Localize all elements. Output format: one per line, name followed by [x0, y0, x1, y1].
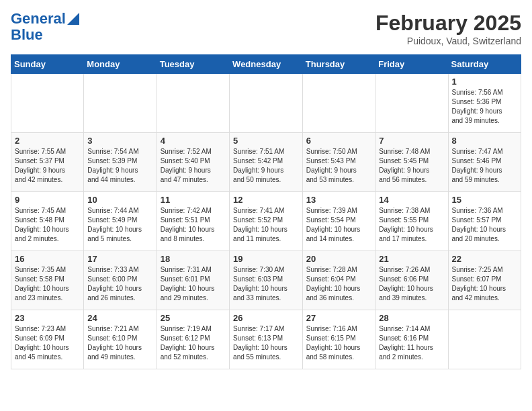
- calendar-cell: [448, 310, 521, 369]
- day-info: Sunrise: 7:31 AM Sunset: 6:01 PM Dayligh…: [161, 265, 226, 303]
- calendar-table: SundayMondayTuesdayWednesdayThursdayFrid…: [11, 54, 521, 369]
- calendar-cell: 26Sunrise: 7:17 AM Sunset: 6:13 PM Dayli…: [230, 310, 303, 369]
- day-info: Sunrise: 7:21 AM Sunset: 6:10 PM Dayligh…: [87, 324, 152, 362]
- day-number: 3: [87, 136, 152, 146]
- title-block: February 2025 Puidoux, Vaud, Switzerland: [375, 11, 521, 46]
- day-info: Sunrise: 7:28 AM Sunset: 6:04 PM Dayligh…: [306, 265, 371, 303]
- calendar-cell: [157, 74, 229, 133]
- day-info: Sunrise: 7:23 AM Sunset: 6:09 PM Dayligh…: [15, 324, 80, 362]
- calendar-header-row: SundayMondayTuesdayWednesdayThursdayFrid…: [11, 55, 521, 74]
- day-info: Sunrise: 7:54 AM Sunset: 5:39 PM Dayligh…: [87, 147, 152, 185]
- day-info: Sunrise: 7:35 AM Sunset: 5:58 PM Dayligh…: [15, 265, 80, 303]
- calendar-cell: 21Sunrise: 7:26 AM Sunset: 6:06 PM Dayli…: [375, 251, 448, 310]
- calendar-cell: 12Sunrise: 7:41 AM Sunset: 5:52 PM Dayli…: [230, 192, 303, 251]
- col-header-friday: Friday: [375, 55, 448, 74]
- calendar-cell: 6Sunrise: 7:50 AM Sunset: 5:43 PM Daylig…: [302, 133, 375, 192]
- day-info: Sunrise: 7:33 AM Sunset: 6:00 PM Dayligh…: [87, 265, 152, 303]
- calendar-cell: 22Sunrise: 7:25 AM Sunset: 6:07 PM Dayli…: [448, 251, 521, 310]
- calendar-cell: 23Sunrise: 7:23 AM Sunset: 6:09 PM Dayli…: [11, 310, 84, 369]
- day-info: Sunrise: 7:56 AM Sunset: 5:36 PM Dayligh…: [452, 88, 518, 126]
- location: Puidoux, Vaud, Switzerland: [375, 36, 521, 46]
- calendar-cell: 7Sunrise: 7:48 AM Sunset: 5:45 PM Daylig…: [375, 133, 448, 192]
- day-number: 22: [452, 254, 518, 264]
- day-number: 14: [379, 195, 444, 205]
- calendar-cell: 25Sunrise: 7:19 AM Sunset: 6:12 PM Dayli…: [157, 310, 229, 369]
- logo-text-blue: Blue: [11, 27, 43, 43]
- day-info: Sunrise: 7:38 AM Sunset: 5:55 PM Dayligh…: [379, 206, 444, 244]
- day-number: 20: [306, 254, 371, 264]
- calendar-cell: 20Sunrise: 7:28 AM Sunset: 6:04 PM Dayli…: [302, 251, 375, 310]
- day-info: Sunrise: 7:26 AM Sunset: 6:06 PM Dayligh…: [379, 265, 444, 303]
- calendar-cell: [230, 74, 303, 133]
- day-number: 2: [15, 136, 80, 146]
- svg-marker-0: [67, 13, 79, 25]
- calendar-week-3: 16Sunrise: 7:35 AM Sunset: 5:58 PM Dayli…: [11, 251, 521, 310]
- day-number: 12: [233, 195, 299, 205]
- calendar-cell: [11, 74, 84, 133]
- day-number: 10: [87, 195, 152, 205]
- col-header-tuesday: Tuesday: [157, 55, 229, 74]
- day-info: Sunrise: 7:17 AM Sunset: 6:13 PM Dayligh…: [233, 324, 299, 362]
- day-number: 28: [379, 313, 444, 323]
- calendar-cell: [84, 74, 157, 133]
- calendar-cell: [375, 74, 448, 133]
- day-number: 4: [161, 136, 226, 146]
- day-info: Sunrise: 7:48 AM Sunset: 5:45 PM Dayligh…: [379, 147, 444, 185]
- calendar-cell: 27Sunrise: 7:16 AM Sunset: 6:15 PM Dayli…: [302, 310, 375, 369]
- day-number: 19: [233, 254, 299, 264]
- day-number: 7: [379, 136, 444, 146]
- calendar-cell: [302, 74, 375, 133]
- day-number: 27: [306, 313, 371, 323]
- calendar-week-0: 1Sunrise: 7:56 AM Sunset: 5:36 PM Daylig…: [11, 74, 521, 133]
- logo-icon: [67, 13, 79, 25]
- day-number: 9: [15, 195, 80, 205]
- calendar-cell: 11Sunrise: 7:42 AM Sunset: 5:51 PM Dayli…: [157, 192, 229, 251]
- logo-text-general: General: [11, 11, 66, 27]
- day-number: 21: [379, 254, 444, 264]
- day-number: 24: [87, 313, 152, 323]
- day-number: 17: [87, 254, 152, 264]
- calendar-cell: 10Sunrise: 7:44 AM Sunset: 5:49 PM Dayli…: [84, 192, 157, 251]
- calendar-cell: 3Sunrise: 7:54 AM Sunset: 5:39 PM Daylig…: [84, 133, 157, 192]
- calendar-cell: 4Sunrise: 7:52 AM Sunset: 5:40 PM Daylig…: [157, 133, 229, 192]
- calendar-cell: 13Sunrise: 7:39 AM Sunset: 5:54 PM Dayli…: [302, 192, 375, 251]
- day-info: Sunrise: 7:47 AM Sunset: 5:46 PM Dayligh…: [452, 147, 518, 185]
- day-number: 23: [15, 313, 80, 323]
- day-info: Sunrise: 7:14 AM Sunset: 6:16 PM Dayligh…: [379, 324, 444, 362]
- day-info: Sunrise: 7:45 AM Sunset: 5:48 PM Dayligh…: [15, 206, 80, 244]
- calendar-week-2: 9Sunrise: 7:45 AM Sunset: 5:48 PM Daylig…: [11, 192, 521, 251]
- col-header-sunday: Sunday: [11, 55, 84, 74]
- calendar-week-4: 23Sunrise: 7:23 AM Sunset: 6:09 PM Dayli…: [11, 310, 521, 369]
- day-number: 1: [452, 77, 518, 87]
- col-header-wednesday: Wednesday: [230, 55, 303, 74]
- day-number: 5: [233, 136, 299, 146]
- calendar-cell: 9Sunrise: 7:45 AM Sunset: 5:48 PM Daylig…: [11, 192, 84, 251]
- logo: General Blue: [11, 11, 79, 43]
- day-info: Sunrise: 7:25 AM Sunset: 6:07 PM Dayligh…: [452, 265, 518, 303]
- day-info: Sunrise: 7:30 AM Sunset: 6:03 PM Dayligh…: [233, 265, 299, 303]
- calendar-cell: 8Sunrise: 7:47 AM Sunset: 5:46 PM Daylig…: [448, 133, 521, 192]
- day-info: Sunrise: 7:50 AM Sunset: 5:43 PM Dayligh…: [306, 147, 371, 185]
- calendar-cell: 24Sunrise: 7:21 AM Sunset: 6:10 PM Dayli…: [84, 310, 157, 369]
- day-info: Sunrise: 7:44 AM Sunset: 5:49 PM Dayligh…: [87, 206, 152, 244]
- day-number: 15: [452, 195, 518, 205]
- day-number: 13: [306, 195, 371, 205]
- col-header-monday: Monday: [84, 55, 157, 74]
- page-header: General Blue February 2025 Puidoux, Vaud…: [11, 11, 521, 46]
- day-info: Sunrise: 7:36 AM Sunset: 5:57 PM Dayligh…: [452, 206, 518, 244]
- day-info: Sunrise: 7:52 AM Sunset: 5:40 PM Dayligh…: [161, 147, 226, 185]
- day-info: Sunrise: 7:16 AM Sunset: 6:15 PM Dayligh…: [306, 324, 371, 362]
- calendar-cell: 14Sunrise: 7:38 AM Sunset: 5:55 PM Dayli…: [375, 192, 448, 251]
- day-info: Sunrise: 7:51 AM Sunset: 5:42 PM Dayligh…: [233, 147, 299, 185]
- calendar-week-1: 2Sunrise: 7:55 AM Sunset: 5:37 PM Daylig…: [11, 133, 521, 192]
- day-number: 8: [452, 136, 518, 146]
- day-info: Sunrise: 7:42 AM Sunset: 5:51 PM Dayligh…: [161, 206, 226, 244]
- month-title: February 2025: [375, 11, 521, 36]
- calendar-cell: 5Sunrise: 7:51 AM Sunset: 5:42 PM Daylig…: [230, 133, 303, 192]
- day-number: 25: [161, 313, 226, 323]
- col-header-saturday: Saturday: [448, 55, 521, 74]
- day-number: 18: [161, 254, 226, 264]
- calendar-cell: 17Sunrise: 7:33 AM Sunset: 6:00 PM Dayli…: [84, 251, 157, 310]
- calendar-cell: 19Sunrise: 7:30 AM Sunset: 6:03 PM Dayli…: [230, 251, 303, 310]
- day-number: 16: [15, 254, 80, 264]
